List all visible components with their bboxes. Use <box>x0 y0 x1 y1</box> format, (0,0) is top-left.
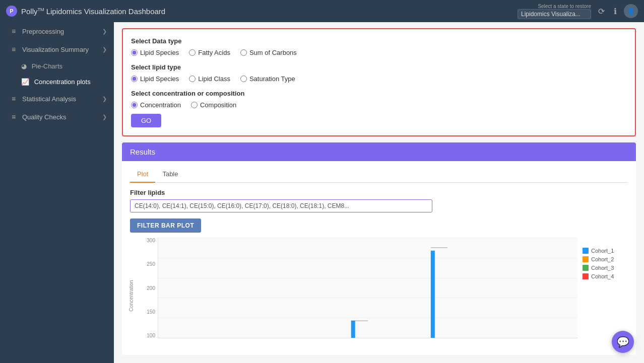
lipid-type-row: Select lipid type Lipid Species Lipid Cl… <box>131 63 627 83</box>
visualization-summary-icon: ≡ <box>9 45 18 53</box>
chevron-icon-statistical-analysis: ❯ <box>102 96 107 102</box>
legend-color-cohort1 <box>583 248 589 254</box>
results-header: Results <box>122 142 636 161</box>
filter-input[interactable] <box>130 199 432 212</box>
app-title: PollyTM Lipidomics Visualization Dashboa… <box>21 7 165 16</box>
sidebar-item-label-visualization-summary: Visualization Summary <box>22 46 89 53</box>
data-type-label: Select Data type <box>131 37 627 45</box>
lipid-type-saturation-label: Saturation Type <box>249 75 295 83</box>
tab-plot[interactable]: Plot <box>130 166 155 183</box>
legend-cohort4: Cohort_4 <box>583 273 628 279</box>
go-button[interactable]: GO <box>131 114 161 127</box>
sidebar-item-label-quality-checks: Quality Checks <box>22 113 66 121</box>
lipid-type-species-label: Lipid Species <box>140 75 179 83</box>
data-type-fatty-acids-radio[interactable] <box>189 49 196 56</box>
filter-bar-button[interactable]: FILTER BAR PLOT <box>130 219 201 233</box>
bar-group8-cohort1 <box>431 251 435 338</box>
conc-comp-options: Concentration Composition <box>131 101 627 109</box>
preprocessing-icon: ≡ <box>9 27 18 35</box>
legend-cohort3: Cohort_3 <box>583 265 628 271</box>
restore-dropdown-container: Select a state to restore Lipidomics Vis… <box>518 4 591 19</box>
chevron-icon-visualization-summary: ❯ <box>102 46 107 53</box>
data-type-lipid-species[interactable]: Lipid Species <box>131 49 179 56</box>
tab-table[interactable]: Table <box>155 166 185 183</box>
data-type-sum-of-carbons[interactable]: Sum of Carbons <box>240 49 297 56</box>
conc-option[interactable]: Concentration <box>131 101 181 109</box>
sidebar: ≡ Preprocessing ❯ ≡ Visualization Summar… <box>0 22 114 363</box>
main-layout: ≡ Preprocessing ❯ ≡ Visualization Summar… <box>0 22 644 363</box>
conc-label: Concentration <box>140 101 181 109</box>
chart-container: Concentration 300 250 200 150 100 <box>130 238 628 348</box>
legend-label-cohort3: Cohort_3 <box>591 265 614 271</box>
y-axis-numbers: 300 250 200 150 100 <box>141 238 155 338</box>
sidebar-item-preprocessing[interactable]: ≡ Preprocessing ❯ <box>0 22 114 40</box>
chevron-icon-quality-checks: ❯ <box>102 114 107 120</box>
data-type-fatty-acids[interactable]: Fatty Acids <box>189 49 230 56</box>
sidebar-item-label-preprocessing: Preprocessing <box>22 28 64 35</box>
filter-section: Filter lipids <box>130 189 628 212</box>
user-avatar[interactable]: 👤 <box>624 4 638 18</box>
lipid-type-class-radio[interactable] <box>189 76 196 82</box>
chevron-icon-preprocessing: ❯ <box>102 28 107 35</box>
topbar: P PollyTM Lipidomics Visualization Dashb… <box>0 0 644 22</box>
legend-cohort1: Cohort_1 <box>583 248 628 254</box>
y-label-150: 150 <box>147 309 155 315</box>
app-logo: P <box>6 6 17 17</box>
comp-label: Composition <box>200 101 236 109</box>
y-label-100: 100 <box>147 333 155 338</box>
legend-label-cohort1: Cohort_1 <box>591 248 614 254</box>
results-tabs: Plot Table <box>130 166 628 183</box>
conc-comp-row: Select concentration or composition Conc… <box>131 90 627 109</box>
chat-fab-button[interactable]: 💬 <box>612 331 634 353</box>
legend-color-cohort3 <box>583 265 589 271</box>
y-axis-label: Concentration <box>128 280 134 311</box>
history-button[interactable]: ⟳ <box>596 5 607 18</box>
conc-comp-label: Select concentration or composition <box>131 90 627 97</box>
sidebar-item-concentration-plots[interactable]: 📈 Concentration plots <box>0 74 114 90</box>
y-label-200: 200 <box>147 285 155 291</box>
conc-radio[interactable] <box>131 102 138 108</box>
selection-panel: Select Data type Lipid Species Fatty Aci… <box>122 28 636 136</box>
lipid-type-species-radio[interactable] <box>131 76 138 82</box>
statistical-analysis-icon: ≡ <box>9 95 18 103</box>
legend-label-cohort4: Cohort_4 <box>591 273 614 279</box>
results-body: Plot Table Filter lipids FILTER BAR PLOT… <box>122 161 636 355</box>
data-type-sum-carbons-radio[interactable] <box>240 49 247 56</box>
y-label-300: 300 <box>147 238 155 243</box>
sidebar-item-pie-charts[interactable]: ◕ Pie-Charts <box>0 58 114 74</box>
data-type-lipid-species-radio[interactable] <box>131 49 138 56</box>
lipid-type-class-label: Lipid Class <box>198 75 230 83</box>
sidebar-item-statistical-analysis[interactable]: ≡ Statistical Analysis ❯ <box>0 90 114 108</box>
comp-radio[interactable] <box>191 102 198 108</box>
sidebar-item-quality-checks[interactable]: ≡ Quality Checks ❯ <box>0 108 114 126</box>
legend-color-cohort4 <box>583 273 589 279</box>
bar-chart-svg <box>158 238 577 338</box>
data-type-row: Select Data type Lipid Species Fatty Aci… <box>131 37 627 56</box>
legend-label-cohort2: Cohort_2 <box>591 256 614 262</box>
sidebar-item-label-statistical-analysis: Statistical Analysis <box>22 95 76 103</box>
chat-icon: 💬 <box>617 336 629 348</box>
pie-charts-icon: ◕ <box>21 62 27 70</box>
sidebar-item-visualization-summary[interactable]: ≡ Visualization Summary ❯ <box>0 40 114 58</box>
lipid-type-saturation[interactable]: Saturation Type <box>240 75 295 83</box>
filter-label: Filter lipids <box>130 189 628 196</box>
data-type-fatty-acids-label: Fatty Acids <box>198 49 230 56</box>
comp-option[interactable]: Composition <box>191 101 236 109</box>
restore-select[interactable]: Lipidomics Visualiza... <box>518 9 591 19</box>
lipid-type-class[interactable]: Lipid Class <box>189 75 230 83</box>
data-type-lipid-species-label: Lipid Species <box>140 49 179 56</box>
lipid-type-species[interactable]: Lipid Species <box>131 75 179 83</box>
content-area: Select Data type Lipid Species Fatty Aci… <box>114 22 644 363</box>
lipid-type-label: Select lipid type <box>131 63 627 71</box>
concentration-plots-icon: 📈 <box>21 78 29 86</box>
sidebar-item-label-concentration-plots: Concentration plots <box>34 78 91 86</box>
results-panel: Results Plot Table Filter lipids FILTER … <box>122 142 636 355</box>
chart-plot-area <box>158 238 577 338</box>
legend-cohort2: Cohort_2 <box>583 256 628 262</box>
lipid-type-saturation-radio[interactable] <box>240 76 247 82</box>
info-button[interactable]: ℹ <box>612 5 619 18</box>
quality-checks-icon: ≡ <box>9 113 18 121</box>
y-label-250: 250 <box>147 261 155 267</box>
lipid-type-options: Lipid Species Lipid Class Saturation Typ… <box>131 75 627 83</box>
data-type-sum-carbons-label: Sum of Carbons <box>249 49 297 56</box>
